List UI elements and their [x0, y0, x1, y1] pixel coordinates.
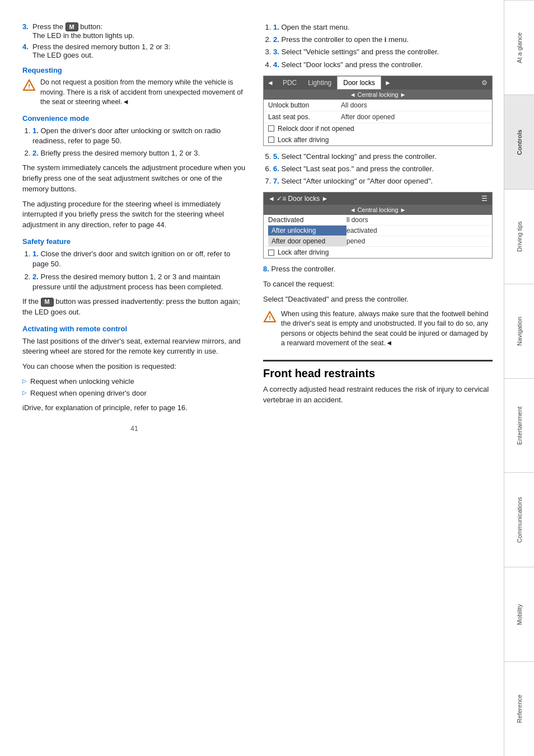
sidebar-item-entertainment[interactable]: Entertainment	[504, 378, 534, 473]
right-step-6: 6. Select "Last seat pos." and press the…	[273, 164, 493, 174]
right-step-2: 2. Press the controller to open the i me…	[273, 35, 493, 45]
door-locks-rows: Deactivated ll doors After unlocking eac…	[264, 215, 492, 258]
r-step-1-num: 1.	[273, 23, 279, 31]
sidebar-item-driving-tips[interactable]: Driving tips	[504, 189, 534, 284]
conv-step-1-text: Open the driver's door after unlocking o…	[32, 126, 221, 145]
pdc-checkbox-1-box	[268, 125, 274, 132]
page-container: 3. Press the M button: The LED in the bu…	[0, 0, 534, 756]
m-button-2: M	[41, 298, 54, 307]
pdc-checkbox-2-label: Lock after driving	[278, 136, 329, 144]
safety-step-1: 1. Close the driver's door and switch ig…	[32, 249, 246, 269]
conv-para-1: The system immediately cancels the adjus…	[22, 163, 246, 195]
svg-text:!: !	[28, 83, 30, 90]
right-step-8: 8. Press the controller.	[263, 264, 493, 275]
pdc-tab-pdc[interactable]: PDC	[277, 77, 302, 89]
requesting-heading: Requesting	[22, 66, 246, 74]
sidebar-item-at-a-glance[interactable]: At a glance	[504, 0, 534, 95]
warning-triangle-icon: !	[22, 79, 36, 92]
activating-para-3: iDrive, for explanation of principle, re…	[22, 403, 246, 414]
right-step-7: 7. Select "After unlocking" or "After do…	[273, 176, 493, 186]
right-step-3: 3. Select "Vehicle settings" and press t…	[273, 47, 493, 57]
sidebar-item-reference[interactable]: Reference	[504, 661, 534, 756]
step-4-text: Press the desired memory button 1, 2 or …	[32, 43, 170, 51]
sidebar: At a glance Controls Driving tips Naviga…	[504, 0, 534, 756]
activating-bullet-2: Request when opening driver's door	[22, 388, 246, 398]
right-steps-5-7: 5. Select "Central locking" and press th…	[263, 152, 493, 187]
safety-step-2-text: Press the desired memory button 1, 2 or …	[32, 273, 223, 291]
sidebar-item-controls[interactable]: Controls	[504, 95, 534, 189]
pdc-arrow-left: ◄	[264, 77, 277, 89]
door-locks-row-3-left: After door opened	[268, 236, 346, 246]
step-3-text2: button:	[80, 22, 102, 31]
safety-heading: Safety feature	[22, 237, 246, 246]
pdc-box: ◄ PDC Lighting Door locks ► ⚙ ◄ Central …	[263, 76, 493, 146]
r-step-4-num: 4.	[273, 60, 279, 69]
conv-step-1-num: 1.	[32, 126, 39, 135]
convenience-heading: Convenience mode	[22, 114, 246, 123]
right-steps-list: 1. Open the start menu. 2. Press the con…	[263, 22, 493, 70]
pdc-row-2: Last seat pos. After door opened	[264, 111, 492, 123]
main-content: 3. Press the M button: The LED in the bu…	[0, 0, 504, 756]
r-step-2-num: 2.	[273, 35, 279, 44]
right-step-1: 1. Open the start menu.	[273, 22, 493, 32]
r-step-4-text: Select "Door locks" and press the contro…	[281, 60, 423, 69]
pdc-row-1: Unlock button All doors	[264, 100, 492, 111]
convenience-step-1: 1. Open the driver's door after unlockin…	[32, 126, 246, 146]
door-locks-central: ◄ Central locking ►	[264, 205, 492, 215]
r-step-1-text: Open the start menu.	[281, 23, 349, 31]
sidebar-item-communications[interactable]: Communications	[504, 472, 534, 567]
pdc-tabs: ◄ PDC Lighting Door locks ► ⚙	[264, 76, 492, 90]
pdc-rows: Unlock button All doors Last seat pos. A…	[264, 100, 492, 145]
step-3-number: 3.	[22, 22, 32, 31]
pdc-tab-lighting[interactable]: Lighting	[302, 77, 337, 89]
m-button: M	[65, 22, 78, 31]
pdc-settings-icon: ⚙	[477, 77, 492, 89]
activating-heading: Activating with remote control	[22, 325, 246, 333]
safety-step-1-num: 1.	[32, 250, 39, 258]
pdc-row-2-right: After door opened	[341, 113, 395, 121]
step-4-content: Press the desired memory button 1, 2 or …	[32, 43, 170, 59]
right-step-4: 4. Select "Door locks" and press the con…	[273, 60, 493, 70]
requesting-warning-box: ! Do not request a position from the mem…	[22, 78, 246, 107]
activating-bullets: Request when unlocking vehicle Request w…	[22, 377, 246, 398]
door-locks-row-1-right: ll doors	[346, 216, 368, 224]
r-step-2-end: menu.	[388, 35, 409, 44]
sidebar-item-navigation[interactable]: Navigation	[504, 284, 534, 378]
r-step-5-text: Select "Central locking" and press the c…	[281, 152, 436, 161]
pdc-checkbox-1[interactable]: Relock door if not opened	[264, 123, 492, 134]
activating-para-2: You can choose when the position is requ…	[22, 361, 246, 372]
door-locks-checkbox[interactable]: Lock after driving	[264, 247, 492, 258]
door-locks-checkbox-label: Lock after driving	[278, 248, 329, 256]
pdc-checkbox-1-label: Relock door if not opened	[278, 125, 354, 133]
r-step-8-text: Press the controller.	[271, 265, 335, 273]
cancel-text: To cancel the request:	[263, 279, 493, 290]
pdc-row-1-left: Unlock button	[268, 101, 341, 109]
pdc-checkbox-2-box	[268, 137, 274, 143]
door-locks-header-left: ◄ ✓≡ Door locks ►	[268, 195, 328, 203]
convenience-step-2: 2. Briefly press the desired memory butt…	[32, 148, 246, 158]
step-4-number: 4.	[22, 43, 32, 51]
pdc-central-label: ◄ Central locking ►	[264, 90, 492, 100]
pdc-tab-door-locks[interactable]: Door locks	[337, 76, 381, 90]
step-3-sub: The LED in the button lights up.	[32, 31, 134, 40]
safety-list: 1. Close the driver's door and switch ig…	[22, 249, 246, 292]
conv-step-2-num: 2.	[32, 149, 39, 157]
safety-step-2: 2. Press the desired memory button 1, 2 …	[32, 272, 246, 292]
right-step-5: 5. Select "Central locking" and press th…	[273, 152, 493, 162]
left-column: 3. Press the M button: The LED in the bu…	[22, 22, 257, 734]
activating-para-1: The last positions of the driver's seat,…	[22, 336, 246, 358]
pdc-row-1-right: All doors	[341, 101, 367, 109]
r-step-7-text: Select "After unlocking" or "After door …	[281, 177, 433, 185]
step-4-item: 4. Press the desired memory button 1, 2 …	[22, 43, 246, 59]
pdc-row-2-left: Last seat pos.	[268, 113, 341, 121]
pdc-arrow-right: ►	[381, 77, 395, 89]
pdc-checkbox-2[interactable]: Lock after driving	[264, 134, 492, 145]
r-step-7-num: 7.	[273, 177, 279, 185]
front-head-restraints-heading: Front head restraints	[263, 360, 493, 380]
conv-step-2-text: Briefly press the desired memory button …	[40, 149, 200, 157]
sidebar-item-mobility[interactable]: Mobility	[504, 567, 534, 661]
door-locks-header: ◄ ✓≡ Door locks ► ☰	[264, 192, 492, 205]
activating-bullet-1: Request when unlocking vehicle	[22, 377, 246, 387]
r-step-5-num: 5.	[273, 152, 279, 161]
door-locks-row-1-left: Deactivated	[268, 216, 346, 224]
